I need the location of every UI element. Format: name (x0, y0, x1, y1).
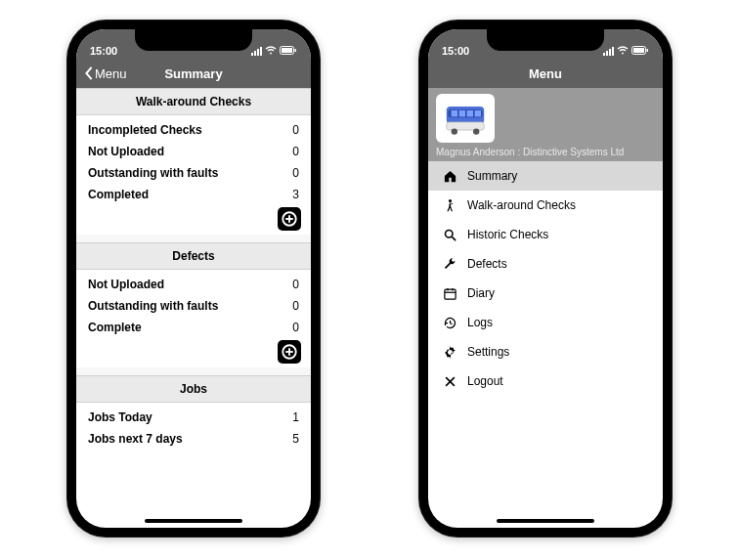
menu-item-label: Logout (467, 374, 503, 388)
bus-logo (436, 94, 495, 143)
menu-item-historic[interactable]: Historic Checks (428, 220, 663, 249)
defects-section-header: Defects (76, 242, 311, 270)
menu-item-defects[interactable]: Defects (428, 249, 663, 279)
defects-row-notuploaded[interactable]: Not Uploaded 0 (76, 274, 311, 295)
status-time: 15:00 (442, 45, 469, 57)
menu-hero: Magnus Anderson : Distinctive Systems Lt… (428, 88, 663, 161)
page-title: Summary (164, 66, 222, 81)
add-defect-button[interactable] (278, 340, 301, 364)
svg-rect-21 (467, 110, 473, 116)
summary-phone: 15:00 Menu Summary (66, 20, 321, 538)
svg-point-0 (270, 53, 272, 55)
history-icon (442, 315, 457, 330)
row-value: 0 (292, 278, 299, 291)
add-walk-button[interactable] (278, 207, 301, 231)
search-icon (442, 227, 457, 242)
menu-item-summary[interactable]: Summary (428, 161, 663, 191)
row-label: Not Uploaded (88, 145, 164, 158)
nav-bar: Menu (428, 59, 663, 88)
row-value: 5 (292, 432, 299, 446)
row-label: Outstanding with faults (88, 299, 218, 313)
row-value: 0 (292, 145, 299, 158)
svg-line-25 (452, 237, 456, 240)
menu-item-label: Diary (467, 286, 495, 300)
row-label: Completed (88, 188, 149, 201)
svg-rect-12 (633, 48, 644, 53)
row-value: 0 (292, 166, 299, 180)
svg-rect-20 (459, 110, 465, 116)
row-value: 0 (292, 123, 299, 137)
wrench-icon (442, 256, 457, 272)
defects-row-outstanding[interactable]: Outstanding with faults 0 (76, 295, 311, 317)
menu-phone: 15:00 Menu (418, 20, 673, 538)
svg-point-18 (473, 128, 479, 134)
defects-row-complete[interactable]: Complete 0 (76, 317, 311, 338)
row-label: Jobs Today (88, 410, 152, 424)
menu-item-label: Logs (467, 316, 493, 329)
menu-item-diary[interactable]: Diary (428, 279, 663, 308)
home-icon (442, 168, 457, 184)
svg-rect-16 (447, 122, 484, 130)
battery-icon (280, 45, 297, 57)
menu-item-label: Summary (467, 169, 517, 183)
user-caption: Magnus Anderson : Distinctive Systems Lt… (436, 147, 655, 157)
walk-row-outstanding[interactable]: Outstanding with faults 0 (76, 162, 311, 184)
menu-item-logs[interactable]: Logs (428, 308, 663, 337)
wifi-icon (617, 45, 629, 57)
svg-point-17 (452, 128, 457, 134)
menu-item-logout[interactable]: Logout (428, 366, 663, 396)
svg-rect-13 (647, 49, 649, 52)
menu-item-label: Historic Checks (467, 228, 548, 241)
back-label: Menu (95, 66, 127, 81)
status-time: 15:00 (90, 45, 117, 57)
home-indicator[interactable] (497, 519, 594, 523)
menu-item-label: Defects (467, 257, 507, 271)
svg-rect-22 (475, 110, 481, 116)
summary-content: Walk-around Checks Incompleted Checks 0 … (76, 88, 311, 450)
row-label: Not Uploaded (88, 278, 164, 291)
notch (135, 29, 252, 51)
battery-icon (631, 45, 649, 57)
svg-rect-2 (282, 48, 292, 53)
menu-list: Summary Walk-around Checks Historic Chec… (428, 161, 663, 396)
walk-section-header: Walk-around Checks (76, 88, 311, 115)
menu-item-label: Walk-around Checks (467, 198, 576, 212)
row-label: Incompleted Checks (88, 123, 202, 137)
menu-item-settings[interactable]: Settings (428, 337, 663, 366)
signal-icon (603, 47, 614, 56)
row-value: 0 (292, 299, 299, 313)
walk-row-notuploaded[interactable]: Not Uploaded 0 (76, 141, 311, 162)
page-title: Menu (529, 66, 562, 81)
back-button[interactable]: Menu (84, 66, 127, 81)
row-label: Complete (88, 321, 142, 334)
svg-point-24 (445, 230, 453, 237)
menu-item-walk[interactable]: Walk-around Checks (428, 191, 663, 220)
gear-icon (442, 344, 457, 360)
calendar-icon (442, 285, 457, 301)
nav-bar: Menu Summary (76, 59, 311, 88)
wifi-icon (265, 45, 277, 57)
jobs-row-week[interactable]: Jobs next 7 days 5 (76, 428, 311, 450)
jobs-section-header: Jobs (76, 375, 311, 403)
home-indicator[interactable] (145, 519, 242, 523)
row-value: 1 (292, 410, 299, 424)
menu-item-label: Settings (467, 345, 509, 359)
svg-point-10 (622, 53, 624, 55)
jobs-row-today[interactable]: Jobs Today 1 (76, 407, 311, 428)
svg-rect-3 (295, 49, 297, 52)
svg-rect-19 (452, 110, 457, 116)
walk-row-completed[interactable]: Completed 3 (76, 184, 311, 205)
walk-icon (442, 197, 457, 213)
signal-icon (251, 47, 262, 56)
row-label: Jobs next 7 days (88, 432, 183, 446)
row-label: Outstanding with faults (88, 166, 218, 180)
svg-point-23 (448, 198, 451, 201)
row-value: 3 (292, 188, 299, 201)
notch (487, 29, 604, 51)
row-value: 0 (292, 321, 299, 334)
walk-row-incompleted[interactable]: Incompleted Checks 0 (76, 119, 311, 141)
svg-rect-26 (444, 289, 455, 299)
close-icon (442, 373, 457, 389)
